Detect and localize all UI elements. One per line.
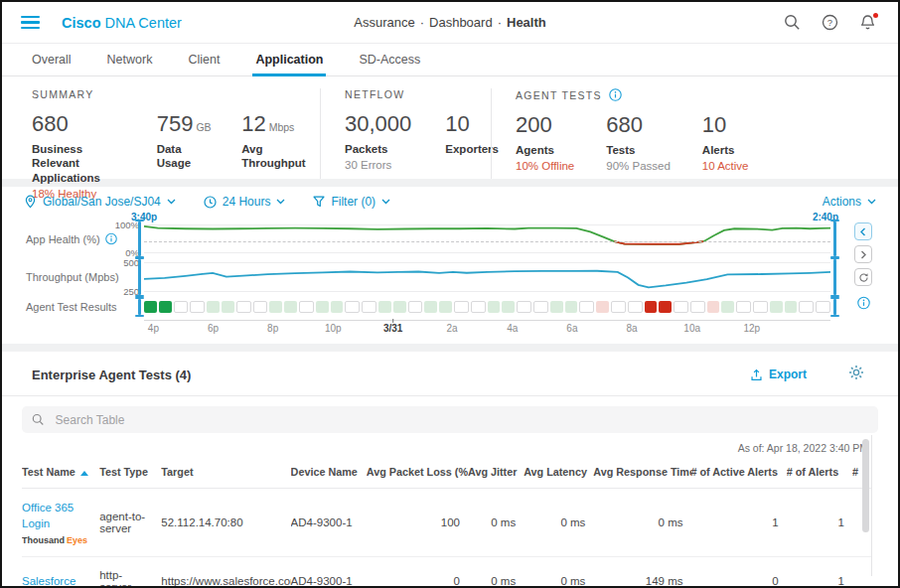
- tab-network[interactable]: Network: [107, 53, 153, 75]
- col-test-name[interactable]: Test Name: [22, 456, 99, 489]
- filter-selector[interactable]: Filter (0): [313, 195, 390, 209]
- range-handle-right[interactable]: [833, 259, 836, 295]
- agent-tests-table: Test Name Test Type Target Device Name A…: [22, 456, 872, 588]
- chart-pager: [854, 222, 872, 286]
- cell-device-name: AD4-9300-1: [291, 489, 367, 557]
- agent-test-block-white: [799, 301, 814, 313]
- col-alerts[interactable]: # of Alerts: [787, 456, 852, 489]
- actions-menu[interactable]: Actions: [823, 195, 876, 209]
- col-test-type[interactable]: Test Type: [99, 456, 161, 489]
- section-divider: [2, 344, 898, 352]
- agent-test-block-lightgreen: [565, 301, 578, 313]
- col-device-name[interactable]: Device Name: [291, 456, 367, 489]
- metric-sub-errors: 30 Errors: [345, 159, 411, 171]
- chevron-down-icon: [276, 199, 285, 205]
- tab-sd-access[interactable]: SD-Access: [359, 53, 420, 75]
- breadcrumb-assurance[interactable]: Assurance: [354, 15, 414, 30]
- range-handle-right[interactable]: [833, 221, 836, 256]
- tab-application[interactable]: Application: [255, 53, 323, 75]
- agent-test-block-green: [159, 301, 172, 313]
- thousandeyes-logo[interactable]: ThousandEyes: [22, 535, 91, 545]
- agent-test-block-lightgreen: [721, 301, 734, 313]
- agent-test-block-white: [236, 301, 251, 313]
- info-icon[interactable]: [105, 232, 118, 245]
- cell-active-alerts: 1: [691, 489, 787, 557]
- range-handle-left[interactable]: [138, 221, 141, 256]
- test-name-link[interactable]: Salesforce: [22, 573, 91, 588]
- agent-test-block-lightgreen: [439, 301, 452, 313]
- agent-test-block-white: [533, 301, 548, 313]
- clock-icon: [204, 196, 217, 209]
- health-threshold-line: [144, 241, 830, 242]
- chevron-down-icon: [167, 199, 176, 205]
- x-tick: 6p: [208, 323, 219, 334]
- chevron-down-icon: [381, 199, 390, 205]
- col-target[interactable]: Target: [161, 456, 290, 489]
- export-icon: [750, 368, 763, 381]
- health-tabs: Overall Network Client Application SD-Ac…: [2, 44, 898, 76]
- table-settings-gear-icon[interactable]: [848, 365, 864, 384]
- throughput-chart: [144, 262, 830, 292]
- agent-test-results-row: Agent Test Results: [22, 301, 830, 313]
- cell-target: https://www.salesforce.com: [161, 557, 290, 588]
- top-icons: ?: [784, 14, 876, 31]
- export-button[interactable]: Export: [750, 368, 807, 381]
- summary-section-title: SUMMARY: [32, 88, 320, 100]
- cell-avg-packet-loss: 100: [367, 489, 468, 557]
- x-tick: 2a: [446, 323, 457, 334]
- agent-test-block-white: [408, 301, 423, 313]
- brand-rest: DNA Center: [105, 15, 182, 31]
- x-tick: 6a: [566, 323, 577, 334]
- range-handle-left[interactable]: [138, 299, 141, 315]
- pan-right-button[interactable]: [854, 245, 872, 263]
- agent-test-block-white: [299, 301, 314, 313]
- col-avg-packet-loss[interactable]: Avg Packet Loss (%): [367, 456, 468, 489]
- site-selector[interactable]: Global/San Jose/SJ04: [24, 195, 176, 209]
- enterprise-agent-tests-card: Enterprise Agent Tests (4) Export As of:…: [2, 352, 898, 576]
- col-avg-latency[interactable]: Avg Latency: [524, 456, 593, 489]
- info-icon[interactable]: [857, 296, 870, 309]
- cell-avg-latency: 0 ms: [524, 557, 593, 588]
- col-avg-jitter[interactable]: Avg Jitter: [468, 456, 524, 489]
- brand-logo: Cisco DNA Center: [62, 15, 182, 31]
- x-tick: 3/31: [383, 323, 402, 334]
- breadcrumb-dashboard[interactable]: Dashboard: [429, 15, 493, 30]
- info-icon[interactable]: [609, 88, 622, 101]
- throughput-row: Throughput (Mpbs) 500 250: [22, 262, 830, 292]
- x-tick: 10a: [683, 323, 700, 334]
- col-avg-response-time[interactable]: Avg Response Time: [593, 456, 690, 489]
- pan-left-button[interactable]: [854, 222, 872, 240]
- time-range-selector[interactable]: 24 Hours: [204, 195, 286, 209]
- agent-test-block-white: [471, 301, 486, 313]
- range-handle-left[interactable]: [138, 259, 141, 295]
- table-scrollbar-thumb[interactable]: [862, 439, 869, 532]
- x-tick: 8p: [267, 323, 278, 334]
- x-tick: 10p: [325, 323, 342, 334]
- agent-test-block-white: [674, 301, 688, 313]
- breadcrumb-health: Health: [507, 15, 546, 30]
- menu-icon[interactable]: [21, 16, 40, 29]
- filter-bar: Global/San Jose/SJ04 24 Hours Filter (0)…: [2, 187, 898, 211]
- cell-avg-packet-loss: 0: [367, 557, 468, 588]
- agent-test-block-white: [753, 301, 768, 313]
- search-icon[interactable]: [784, 14, 801, 31]
- cell-avg-jitter: 0 ms: [468, 489, 524, 557]
- brand-bold: Cisco: [62, 15, 101, 31]
- tab-client[interactable]: Client: [188, 53, 220, 75]
- search-input[interactable]: [54, 412, 868, 428]
- test-name-link[interactable]: Office 365 Login: [22, 500, 91, 531]
- as-of-timestamp: As of: Apr 18, 2022 3:40 PM: [2, 442, 868, 454]
- notifications-bell-icon[interactable]: [859, 14, 876, 31]
- help-icon[interactable]: ?: [822, 14, 838, 31]
- col-active-alerts[interactable]: # of Active Alerts: [691, 456, 787, 489]
- refresh-button[interactable]: [854, 268, 872, 286]
- summary-section: SUMMARY 680 Business Relevant Applicatio…: [32, 88, 320, 179]
- metric-sub-passed: 90% Passed: [606, 160, 671, 172]
- agent-test-block-lightred: [596, 301, 609, 313]
- tab-overall[interactable]: Overall: [32, 53, 72, 75]
- breadcrumb: Assurance·Dashboard·Health: [354, 15, 545, 30]
- agent-test-block-lightgreen: [331, 301, 344, 313]
- range-handle-right[interactable]: [833, 299, 836, 315]
- agent-test-block-white: [174, 301, 189, 313]
- location-pin-icon: [24, 195, 37, 209]
